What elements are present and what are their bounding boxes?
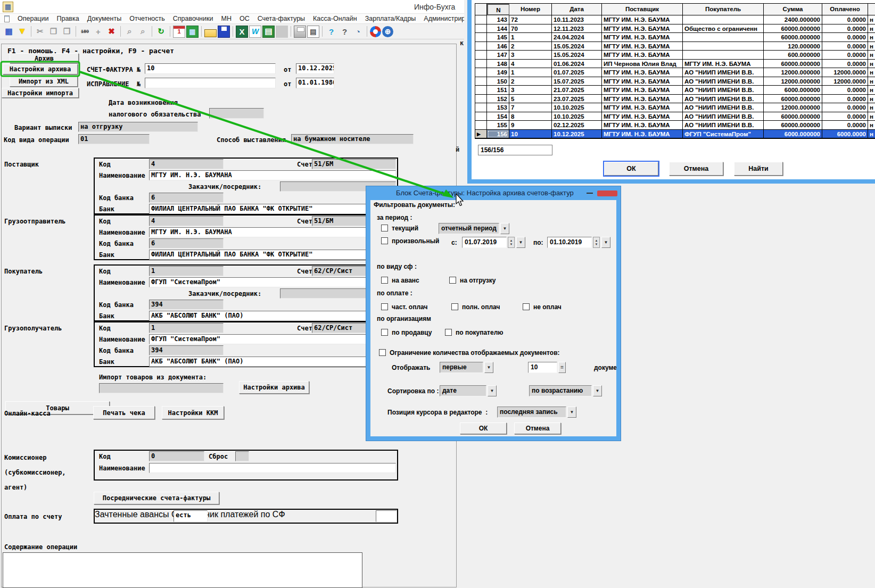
- to-date-field[interactable]: 01.10.2019: [547, 237, 592, 248]
- menu-item-ОС[interactable]: ОС: [240, 15, 250, 22]
- buyer-bank-field[interactable]: АКБ "АБСОЛЮТ БАНК" (ПАО): [149, 311, 396, 321]
- supplier-account-field[interactable]: 51/БМ: [312, 159, 396, 169]
- export-report-icon[interactable]: ▤: [262, 26, 275, 38]
- archive-settings-2-button[interactable]: Настройки архива: [239, 381, 309, 394]
- consignee-code-field[interactable]: 1: [149, 323, 224, 333]
- to-date-spinner[interactable]: ▲▼: [593, 237, 600, 248]
- from-date-spinner[interactable]: ▲▼: [508, 237, 515, 248]
- header-n[interactable]: N: [487, 4, 509, 15]
- print-icon[interactable]: [294, 26, 306, 38]
- cursor-pos-dropdown-icon[interactable]: ▼: [567, 407, 576, 418]
- table-row[interactable]: 146215.05.2024МГТУ ИМ. Н.Э. БАУМА120.000…: [475, 42, 875, 51]
- table-row[interactable]: 152523.07.2025МГТУ ИМ. Н.Э. БАУМААО "НИИ…: [475, 95, 875, 104]
- header-paid[interactable]: Оплачено: [822, 4, 868, 15]
- custom-period-checkbox[interactable]: [381, 237, 388, 244]
- menu-item-Касса-Онлайн[interactable]: Касса-Онлайн: [313, 15, 357, 22]
- table-row[interactable]: 145124.04.2024МГТУ ИМ. Н.Э. БАУМА60000.0…: [475, 33, 875, 42]
- count-equals-button[interactable]: =: [558, 362, 566, 373]
- advances-field[interactable]: есть: [174, 510, 208, 522]
- shipper-bank-field[interactable]: ФИЛИАЛ ЦЕНТРАЛЬНЫЙ ПАО БАНКА "ФК ОТКРЫТИ…: [149, 250, 396, 260]
- header-sum[interactable]: Сумма: [764, 4, 822, 15]
- issue-method-field[interactable]: на бумажном носителе: [291, 134, 414, 144]
- cursor-pos-combo[interactable]: последняя запись: [497, 407, 566, 418]
- sort-dir-dropdown-icon[interactable]: ▼: [593, 385, 602, 396]
- tax-date-field[interactable]: [209, 108, 264, 119]
- menu-item-Операции[interactable]: Операции: [18, 15, 48, 22]
- advance-checkbox[interactable]: [381, 277, 388, 284]
- save-icon[interactable]: [218, 26, 230, 38]
- help-icon[interactable]: ?: [325, 26, 337, 38]
- correction-number-field[interactable]: [145, 78, 276, 88]
- correction-date-field[interactable]: 01.01.1980: [296, 78, 334, 88]
- opcode-field[interactable]: 01: [78, 134, 150, 144]
- supplier-bank-field[interactable]: ФИЛИАЛ ЦЕНТРАЛЬНЫЙ ПАО БАНКА "ФК ОТКРЫТИ…: [149, 204, 396, 214]
- current-period-combo[interactable]: отчетный период: [439, 223, 499, 234]
- print-receipt-button[interactable]: Печать чека: [93, 406, 155, 419]
- shipper-name-field[interactable]: МГТУ ИМ. Н.Э. БАУМАНА: [149, 227, 396, 237]
- from-date-field[interactable]: 01.07.2019: [462, 237, 507, 248]
- word-icon[interactable]: W: [249, 26, 261, 38]
- dialog-ok-button[interactable]: ОК: [460, 423, 507, 434]
- archive-find-button[interactable]: Найти: [734, 162, 783, 176]
- menu-item-МН[interactable]: МН: [221, 15, 231, 22]
- table-row[interactable]: 1447012.11.2023МГТУ ИМ. Н.Э. БАУМАОбщест…: [475, 24, 875, 34]
- table-row[interactable]: 151321.07.2025МГТУ ИМ. Н.Э. БАУМААО "НИИ…: [475, 86, 875, 95]
- buyer-bank-code-field[interactable]: 394: [149, 300, 224, 310]
- excel-icon[interactable]: X: [236, 26, 248, 38]
- buyer-code-field[interactable]: 1: [149, 266, 224, 276]
- header-number[interactable]: Номер: [509, 4, 552, 15]
- consignee-bank-code-field[interactable]: 394: [149, 345, 224, 355]
- table-row[interactable]: 148401.06.2024ИП Чернова Юлия ВладМГТУ И…: [475, 60, 875, 69]
- reset-box[interactable]: [235, 451, 249, 461]
- buyer-name-field[interactable]: ФГУП "СистемаПром": [149, 277, 396, 287]
- show-combo[interactable]: первые: [440, 362, 483, 373]
- header-buyer[interactable]: Покупатель: [683, 4, 764, 15]
- shipment-checkbox[interactable]: [449, 277, 456, 284]
- archive-cancel-button[interactable]: Отмена: [669, 162, 723, 176]
- shipper-bank-code-field[interactable]: 6: [149, 238, 224, 249]
- dialog-cancel-button[interactable]: Отмена: [514, 423, 561, 434]
- browser-icon[interactable]: [370, 26, 381, 37]
- archive-settings-button[interactable]: Настройки архива: [3, 64, 78, 74]
- consignee-name-field[interactable]: ФГУП "СистемаПром": [149, 334, 396, 344]
- table-row[interactable]: 147315.05.2024МГТУ ИМ. Н.Э. БАУМА600.000…: [475, 51, 875, 60]
- globe-icon[interactable]: ⊕: [382, 26, 393, 37]
- header-supplier[interactable]: Поставщик: [602, 4, 683, 15]
- minimize-icon[interactable]: [587, 193, 593, 194]
- shipper-code-field[interactable]: 4: [149, 216, 224, 226]
- by-seller-checkbox[interactable]: [381, 329, 388, 336]
- table-row[interactable]: ▶1561010.12.2025МГТУ ИМ. Н.Э. БАУМАФГУП …: [475, 130, 875, 139]
- supplier-name-field[interactable]: МГТУ ИМ. Н.Э. БАУМАНА: [149, 170, 396, 180]
- commissioner-code-field[interactable]: 0: [149, 451, 204, 461]
- invoice-number-field[interactable]: 10: [145, 63, 276, 74]
- not-paid-checkbox[interactable]: [523, 303, 530, 310]
- supplier-code-field[interactable]: 4: [149, 159, 224, 169]
- payments-ref-field[interactable]: [376, 510, 397, 522]
- part-paid-checkbox[interactable]: [381, 303, 388, 310]
- current-period-checkbox[interactable]: [381, 225, 388, 231]
- intermediary-invoices-button[interactable]: Посреднические счета-фактуры: [94, 492, 219, 504]
- sort-combo[interactable]: дате: [440, 385, 486, 396]
- table-view-icon[interactable]: ▦: [3, 26, 15, 38]
- table-row[interactable]: 153710.10.2025МГТУ ИМ. Н.Э. БАУМААО "НИИ…: [475, 103, 875, 112]
- header-date[interactable]: Дата: [552, 4, 602, 15]
- operation-content-field[interactable]: [3, 552, 362, 588]
- show-dropdown-icon[interactable]: ▼: [484, 362, 493, 373]
- open-folder-icon[interactable]: [204, 29, 217, 37]
- calculator-icon[interactable]: ▦: [186, 26, 199, 38]
- consignee-bank-field[interactable]: АКБ "АБСОЛЮТ БАНК" (ПАО): [149, 357, 396, 367]
- show-count-field[interactable]: 10: [528, 362, 557, 373]
- table-row[interactable]: 154810.10.2025МГТУ ИМ. Н.Э. БАУМААО "НИИ…: [475, 112, 875, 121]
- import-goods-field[interactable]: [99, 383, 224, 393]
- table-row[interactable]: 149101.07.2025МГТУ ИМ. Н.Э. БАУМААО "НИИ…: [475, 68, 875, 77]
- menu-item-Отчетность[interactable]: Отчетность: [129, 15, 165, 22]
- sort-dir-combo[interactable]: по возрастанию: [529, 385, 592, 396]
- close-icon[interactable]: [597, 191, 617, 196]
- xml-import-button[interactable]: Импорт из XML: [10, 76, 78, 87]
- import-settings-button[interactable]: Настройки импорта: [2, 88, 79, 98]
- to-date-dropdown-icon[interactable]: ▼: [601, 237, 610, 248]
- supplier-bank-code-field[interactable]: 6: [149, 193, 224, 203]
- menu-item-Счета-фактуры[interactable]: Счета-фактуры: [258, 15, 305, 22]
- refresh-icon[interactable]: ↻: [155, 26, 167, 38]
- archive-button[interactable]: Архив: [10, 53, 79, 63]
